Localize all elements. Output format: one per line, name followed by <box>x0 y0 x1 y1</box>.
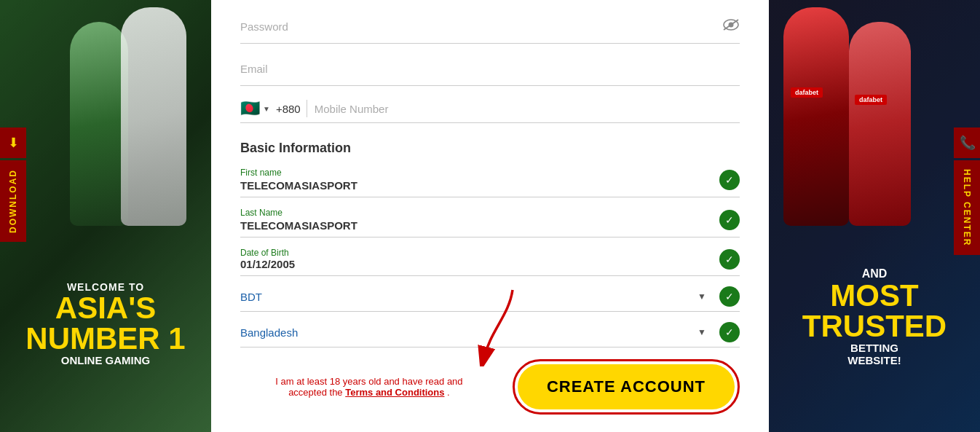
terms-line2: accepted the <box>288 387 342 398</box>
right-banner: dafabet dafabet AND MOST TRUSTED BETTING… <box>769 0 980 432</box>
left-banner-content: WELCOME TO ASIA'S NUMBER 1 ONLINE GAMING <box>0 274 211 374</box>
dafabet-badge-player3: dafabet <box>791 87 823 98</box>
most-text: MOST <box>776 280 973 311</box>
eye-icon[interactable] <box>722 18 740 35</box>
country-selector[interactable]: 🇧🇩 ▼ <box>240 99 270 118</box>
last-name-label: Last Name <box>240 208 712 218</box>
last-name-input[interactable] <box>240 219 712 232</box>
main-form: 🇧🇩 ▼ +880 Basic Information First name ✓… <box>211 0 769 432</box>
last-name-row: Last Name ✓ <box>240 208 740 237</box>
last-name-group: Last Name <box>240 208 712 232</box>
dob-check: ✓ <box>719 249 740 270</box>
country-select[interactable]: Bangladesh <box>240 326 698 339</box>
help-tab-label: HELP CENTER <box>962 169 972 246</box>
betting-text: BETTING <box>776 342 973 354</box>
first-name-group: First name <box>240 168 712 192</box>
dob-label: Date of Birth <box>240 248 712 258</box>
currency-dropdown-arrow: ▼ <box>698 291 706 302</box>
last-name-check: ✓ <box>719 210 740 230</box>
terms-period: . <box>447 387 450 398</box>
basic-info-title: Basic Information <box>240 141 740 156</box>
first-name-label: First name <box>240 168 712 178</box>
country-check: ✓ <box>719 322 740 342</box>
dob-input[interactable] <box>240 258 712 270</box>
email-field-row <box>240 57 740 86</box>
download-tab[interactable]: DOWNLOAD <box>0 160 26 242</box>
flag-dropdown-arrow: ▼ <box>263 105 270 113</box>
email-input[interactable] <box>240 57 740 81</box>
terms-text: I am at least 18 years old and have read… <box>240 376 498 398</box>
cta-container: CREATE ACCOUNT <box>513 359 740 415</box>
bottom-section: I am at least 18 years old and have read… <box>240 359 740 415</box>
first-name-check: ✓ <box>719 170 740 190</box>
country-code: +880 <box>276 103 301 115</box>
player-shirt-1 <box>70 22 128 226</box>
country-row: Bangladesh ▼ ✓ <box>240 322 740 347</box>
first-name-input[interactable] <box>240 179 712 192</box>
password-field-row <box>240 15 740 44</box>
number1-text: NUMBER 1 <box>7 323 204 354</box>
first-name-row: First name ✓ <box>240 168 740 197</box>
create-account-button[interactable]: CREATE ACCOUNT <box>518 364 735 409</box>
player-shirt-2 <box>121 7 186 226</box>
right-banner-content: AND MOST TRUSTED BETTING WEBSITE! <box>769 260 980 374</box>
mobile-input[interactable] <box>315 103 740 115</box>
asia-text: ASIA'S <box>7 293 204 323</box>
website-text: WEBSITE! <box>776 354 973 366</box>
player-shirt-4 <box>849 22 911 226</box>
currency-row: BDT ▼ ✓ <box>240 286 740 312</box>
download-arrow-icon: ⬇ <box>8 136 19 150</box>
terms-link[interactable]: Terms and Conditions <box>345 387 444 398</box>
trusted-text: TRUSTED <box>776 311 973 342</box>
country-dropdown-arrow: ▼ <box>698 327 706 337</box>
left-banner: WELCOME TO ASIA'S NUMBER 1 ONLINE GAMING… <box>0 0 211 432</box>
password-input[interactable] <box>240 15 722 39</box>
player-shirt-3 <box>783 7 849 226</box>
phone-divider <box>307 100 307 117</box>
download-icon[interactable]: ⬇ <box>0 127 26 158</box>
dob-row: Date of Birth ✓ <box>240 248 740 276</box>
currency-check: ✓ <box>719 286 740 307</box>
terms-line1: I am at least 18 years old and have read… <box>275 376 462 387</box>
phone-icon: 📞 <box>960 136 976 150</box>
currency-select[interactable]: BDT <box>240 291 698 303</box>
phone-field-row: 🇧🇩 ▼ +880 <box>240 99 740 123</box>
dob-group: Date of Birth <box>240 248 712 271</box>
bangladesh-flag: 🇧🇩 <box>240 99 260 118</box>
help-tab[interactable]: HELP CENTER <box>954 160 980 255</box>
help-icon[interactable]: 📞 <box>954 127 980 158</box>
dafabet-badge-player4: dafabet <box>855 95 887 105</box>
create-account-highlight: CREATE ACCOUNT <box>513 359 740 415</box>
online-gaming-text: ONLINE GAMING <box>7 354 204 366</box>
download-tab-label: DOWNLOAD <box>8 169 18 233</box>
